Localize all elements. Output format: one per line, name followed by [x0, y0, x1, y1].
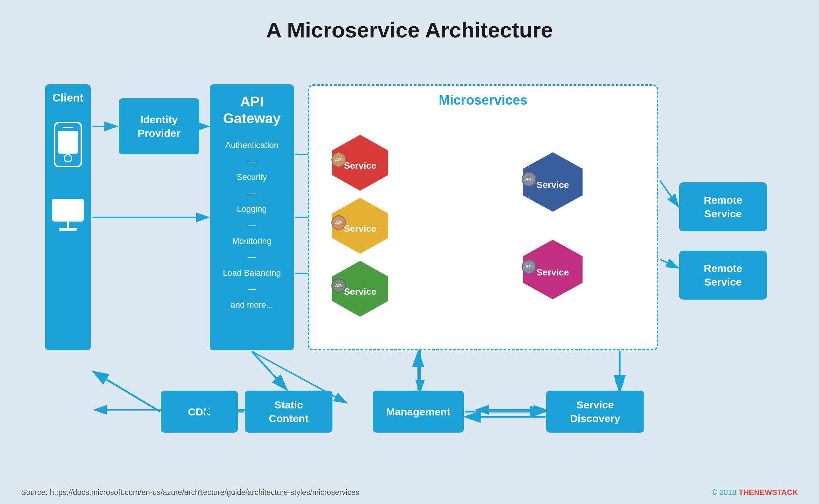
service-red: Service API: [325, 131, 395, 196]
monitor-icon: [52, 199, 84, 231]
cdn-box: CDN: [161, 391, 238, 433]
service-yellow: Service API: [325, 194, 395, 259]
service-pink: Service API: [516, 236, 590, 304]
footer-copyright: © 2018 THENEWSTACK: [711, 488, 798, 497]
client-bar: Client: [45, 84, 91, 350]
svg-text:Service: Service: [344, 286, 377, 297]
gateway-title: APIGateway: [223, 93, 281, 127]
microservices-label: Microservices: [439, 93, 528, 108]
remote-service-1-label: RemoteService: [704, 193, 742, 220]
identity-provider-label: IdentityProvider: [138, 113, 180, 140]
diagram-area: Client IdentityProvider APIGateway Authe…: [24, 56, 795, 476]
management-box: Management: [373, 391, 464, 433]
svg-line-32: [660, 181, 679, 207]
cdn-label: CDN: [188, 405, 211, 419]
gateway-items: Authentication—Security—Logging—Monitori…: [223, 137, 281, 313]
service-green: Service API: [325, 257, 395, 322]
svg-line-37: [93, 371, 160, 412]
identity-provider-box: IdentityProvider: [119, 98, 199, 154]
static-content-box: StaticContent: [245, 391, 332, 433]
svg-text:Service: Service: [344, 160, 377, 171]
service-discovery-label: ServiceDiscovery: [570, 398, 620, 425]
microservices-container: Microservices Service API Service API Se…: [308, 84, 658, 350]
service-blue: Service API: [516, 149, 590, 217]
static-content-label: StaticContent: [269, 398, 308, 425]
api-gateway-box: APIGateway Authentication—Security—Loggi…: [210, 84, 294, 350]
remote-service-2-label: RemoteService: [704, 261, 742, 289]
svg-line-33: [660, 259, 679, 268]
page-title: A Microservice Architecture: [0, 0, 819, 56]
remote-service-2: RemoteService: [679, 251, 767, 300]
remote-service-1: RemoteService: [679, 182, 767, 231]
footer: Source: https://docs.microsoft.com/en-us…: [0, 488, 819, 497]
service-discovery-box: ServiceDiscovery: [546, 391, 644, 433]
footer-source: Source: https://docs.microsoft.com/en-us…: [21, 488, 359, 497]
svg-text:Service: Service: [537, 267, 569, 278]
management-label: Management: [386, 405, 450, 419]
svg-text:Service: Service: [537, 180, 569, 190]
phone-icon: [54, 122, 82, 167]
svg-text:Service: Service: [344, 223, 377, 234]
svg-line-38: [252, 351, 287, 390]
client-label: Client: [53, 91, 84, 104]
